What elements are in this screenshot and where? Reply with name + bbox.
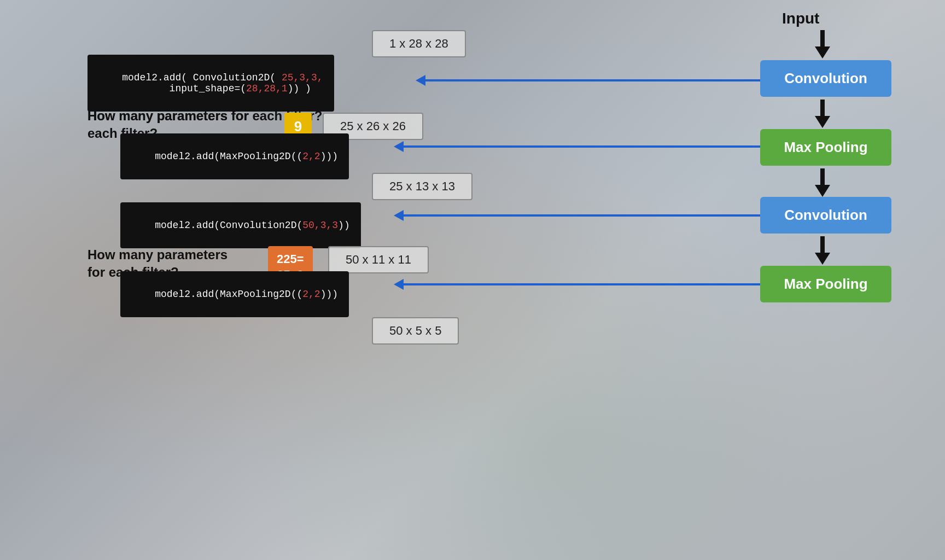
flow-conv2: Convolution — [760, 197, 891, 234]
shape-25x13x13: 25 x 13 x 13 — [372, 173, 472, 200]
shape-50x11x11: 50 x 11 x 11 — [328, 246, 429, 273]
code-maxpool1: model2.add(MaxPooling2D((2,2))) — [120, 133, 349, 179]
flow-maxpool1: Max Pooling — [760, 129, 891, 166]
code-conv2: model2.add(Convolution2D(50,3,3)) — [120, 202, 361, 248]
code-maxpool2: model2.add(MaxPooling2D((2,2))) — [120, 271, 349, 317]
arrow-conv2-to-code — [394, 210, 760, 221]
arrow-conv1-to-code — [416, 75, 760, 86]
arrow-maxpool1-to-conv2 — [815, 168, 830, 197]
shape-50x5x5: 50 x 5 x 5 — [372, 317, 459, 345]
flow-maxpool2: Max Pooling — [760, 266, 891, 302]
code-conv1: model2.add( Convolution2D( 25,3,3, input… — [88, 55, 334, 112]
shape-1x28x28: 1 x 28 x 28 — [372, 30, 466, 57]
arrow-conv1-to-maxpool1 — [815, 100, 830, 128]
arrow-conv2-to-maxpool2 — [815, 236, 830, 265]
input-label: Input — [782, 10, 819, 27]
arrow-maxpool1-to-code — [394, 141, 760, 152]
flow-conv1: Convolution — [760, 60, 891, 97]
main-layout: Input Convolution Max Pooling Convolutio… — [0, 0, 945, 560]
arrow-maxpool2-to-code — [394, 279, 760, 290]
arrow-input-to-conv1 — [815, 30, 830, 59]
